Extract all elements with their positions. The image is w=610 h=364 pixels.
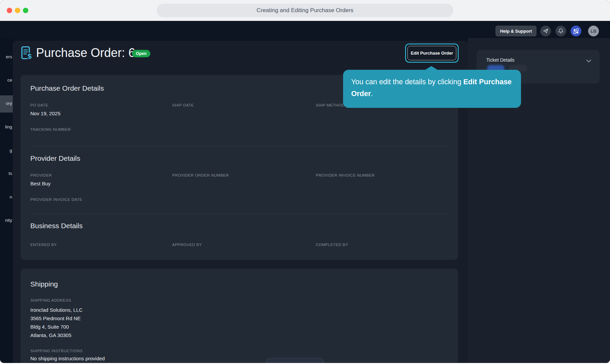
sidebar-item[interactable]: ts xyxy=(0,171,12,176)
status-badge: Open xyxy=(132,50,150,57)
field-tracking-number: TRACKING NUMBER xyxy=(30,127,172,131)
field-provider-invoice-date: PROVIDER INVOICE DATE xyxy=(30,198,172,202)
divider xyxy=(30,146,448,146)
tutorial-highlight-ring: Edit Purchase Order xyxy=(405,43,459,63)
help-support-button[interactable]: Help & Support xyxy=(495,26,537,36)
apps-button[interactable] xyxy=(571,26,581,36)
page-title: Purchase Order: 6 xyxy=(36,45,135,61)
zoom-window-button[interactable] xyxy=(23,8,28,13)
field-provider-invoice-number: PROVIDER INVOICE NUMBER xyxy=(316,173,448,186)
sidebar-item[interactable]: g xyxy=(0,148,12,153)
sidebar-item[interactable]: ling xyxy=(0,124,12,129)
field-ship-date: SHIP DATE xyxy=(172,103,316,116)
sidebar-item[interactable]: n xyxy=(0,194,12,200)
field-entered-by: ENTERED BY xyxy=(30,243,172,247)
section-heading: Provider Details xyxy=(30,154,80,162)
window-title: Creating and Editing Purchase Orders xyxy=(157,4,453,17)
section-heading: Shipping xyxy=(30,280,58,288)
purchase-order-icon: $ xyxy=(21,46,32,60)
divider xyxy=(30,213,448,214)
top-navbar: Help & Support LB xyxy=(0,21,610,38)
user-avatar[interactable]: LB xyxy=(588,26,599,36)
section-heading: Business Details xyxy=(30,222,83,230)
shipping-address: Ironclad Solutions, LLC 3565 Piedmont Rd… xyxy=(30,306,83,339)
close-window-button[interactable] xyxy=(7,8,12,13)
bell-icon xyxy=(558,28,564,34)
partially-visible-button[interactable] xyxy=(266,358,324,363)
shipping-card: Shipping SHIPPING ADDRESS Ironclad Solut… xyxy=(21,269,458,363)
ticket-details-title: Ticket Details xyxy=(486,57,515,63)
svg-text:$: $ xyxy=(28,52,32,60)
field-completed-by: COMPLETED BY xyxy=(316,243,448,247)
titlebar: Creating and Editing Purchase Orders xyxy=(0,0,610,21)
field-provider-order-number: PROVIDER ORDER NUMBER xyxy=(172,173,316,186)
sidebar-item[interactable]: nity xyxy=(0,218,12,223)
edit-purchase-order-button[interactable]: Edit Purchase Order xyxy=(407,46,456,60)
po-date-value: Nov 19, 2025 xyxy=(30,111,172,116)
sidebar-item[interactable]: ce xyxy=(0,78,12,83)
section-heading: Purchase Order Details xyxy=(30,84,104,92)
notifications-button[interactable] xyxy=(555,26,566,36)
shipping-instructions-label: SHIPPING INSTRUCTIONS xyxy=(30,349,83,353)
tooltip-arrow-icon xyxy=(425,66,437,70)
tooltip-text: You can edit the details by clicking xyxy=(351,78,463,86)
send-button[interactable] xyxy=(540,26,551,36)
tutorial-tooltip: You can edit the details by clicking Edi… xyxy=(343,70,521,108)
shipping-instructions-value: No shipping instructions provided xyxy=(30,356,105,361)
app-window: Creating and Editing Purchase Orders Hel… xyxy=(0,0,610,363)
field-approved-by: APPROVED BY xyxy=(172,243,316,247)
apps-grid-icon xyxy=(573,28,579,34)
sidebar-item[interactable]: ers xyxy=(0,54,12,59)
chevron-down-icon[interactable] xyxy=(586,59,591,63)
sidebar-item[interactable]: ory xyxy=(0,101,12,106)
shipping-address-label: SHIPPING ADDRESS xyxy=(30,298,71,302)
provider-value: Best Buy xyxy=(30,181,172,186)
sidebar: ers ce ory ling g ts n nity xyxy=(0,38,13,363)
field-provider: PROVIDER Best Buy xyxy=(30,173,172,186)
paper-plane-icon xyxy=(543,28,549,34)
minimize-window-button[interactable] xyxy=(15,8,20,13)
field-po-date: PO DATE Nov 19, 2025 xyxy=(30,103,172,116)
